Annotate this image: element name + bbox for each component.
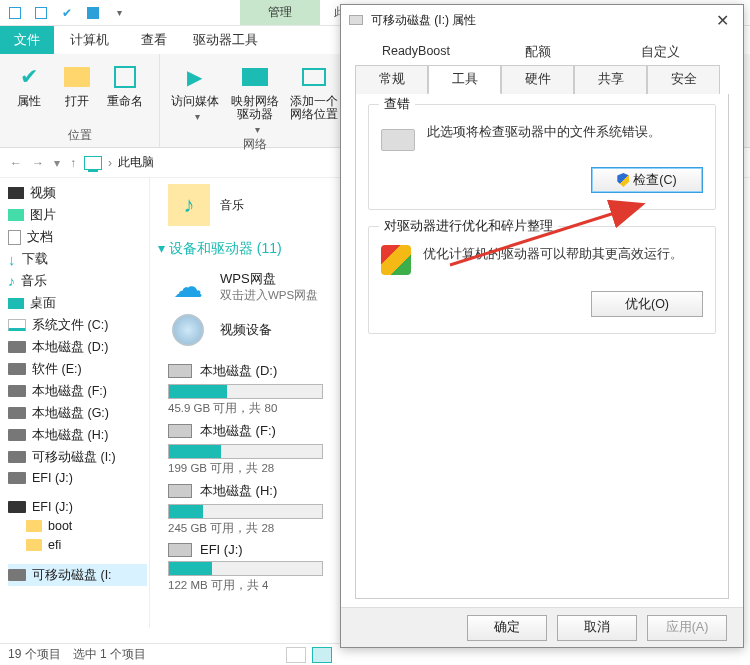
ribbon-btn-access-media[interactable]: ▶ 访问媒体▾ bbox=[166, 58, 224, 135]
check-button[interactable]: 检查(C) bbox=[591, 167, 703, 193]
tab-computer[interactable]: 计算机 bbox=[54, 26, 125, 54]
qat-btn-1[interactable] bbox=[4, 2, 26, 24]
properties-icon: ✔ bbox=[20, 64, 38, 90]
nav-item[interactable]: 可移动磁盘 (I:) bbox=[8, 446, 147, 468]
apply-button[interactable]: 应用(A) bbox=[647, 615, 727, 641]
nav-item[interactable]: efi bbox=[8, 535, 147, 554]
tab-security[interactable]: 安全 bbox=[647, 65, 720, 94]
up-arrow-icon[interactable]: ↑ bbox=[68, 156, 78, 170]
breadcrumb-chevron[interactable]: › bbox=[108, 156, 112, 170]
nav-item[interactable]: boot bbox=[8, 516, 147, 535]
hdd-icon bbox=[8, 363, 26, 375]
qat-btn-4[interactable] bbox=[82, 2, 104, 24]
dialog-tabs: ReadyBoost 配额 自定义 常规 工具 硬件 共享 安全 bbox=[341, 35, 743, 94]
status-item-count: 19 个项目 bbox=[8, 646, 61, 663]
dialog-button-row: 确定 取消 应用(A) bbox=[341, 607, 743, 647]
ribbon-btn-rename[interactable]: 重命名 bbox=[102, 58, 148, 108]
dialog-titlebar[interactable]: 可移动磁盘 (I:) 属性 ✕ bbox=[341, 5, 743, 35]
view-tiles-button[interactable] bbox=[312, 647, 332, 663]
picture-icon bbox=[8, 209, 24, 221]
tab-quota[interactable]: 配额 bbox=[477, 39, 599, 66]
document-icon bbox=[8, 230, 21, 245]
capacity-bar bbox=[168, 444, 323, 459]
item-label: 音乐 bbox=[220, 197, 244, 214]
navigation-pane[interactable]: 视频 图片 文档 ↓下载 ♪音乐 桌面 系统文件 (C:) 本地磁盘 (D:) … bbox=[0, 178, 150, 628]
usb-icon bbox=[8, 569, 26, 581]
square-icon bbox=[35, 7, 47, 19]
chevron-down-icon: ▾ bbox=[117, 7, 122, 18]
breadcrumb-this-pc[interactable]: 此电脑 bbox=[118, 154, 154, 171]
chevron-down-icon: ▾ bbox=[255, 124, 260, 135]
nav-item[interactable]: 本地磁盘 (F:) bbox=[8, 380, 147, 402]
qat-btn-3[interactable]: ✔ bbox=[56, 2, 78, 24]
nav-item-selected[interactable]: 可移动磁盘 (I: bbox=[8, 564, 147, 586]
media-icon: ▶ bbox=[187, 65, 202, 89]
ribbon-btn-map-drive[interactable]: 映射网络 驱动器▾ bbox=[226, 58, 284, 135]
ok-button[interactable]: 确定 bbox=[467, 615, 547, 641]
nav-item[interactable]: ♪音乐 bbox=[8, 270, 147, 292]
cancel-button[interactable]: 取消 bbox=[557, 615, 637, 641]
nav-item[interactable]: EFI (J:) bbox=[8, 468, 147, 487]
ribbon-btn-add-netloc[interactable]: 添加一个 网络位置 bbox=[285, 58, 343, 135]
tab-view[interactable]: 查看 bbox=[125, 26, 183, 54]
qat-more[interactable]: ▾ bbox=[108, 2, 130, 24]
camera-icon bbox=[172, 314, 204, 346]
desktop-icon bbox=[8, 298, 24, 309]
tab-file[interactable]: 文件 bbox=[0, 26, 54, 54]
ribbon-btn-properties[interactable]: ✔ 属性 bbox=[6, 58, 52, 108]
close-button[interactable]: ✕ bbox=[710, 11, 735, 30]
tab-readyboost[interactable]: ReadyBoost bbox=[355, 39, 477, 66]
tab-general[interactable]: 常规 bbox=[355, 65, 428, 94]
usb-icon bbox=[8, 451, 26, 463]
ribbon-group-network: ▶ 访问媒体▾ 映射网络 驱动器▾ 添加一个 网络位置 网络 bbox=[160, 54, 350, 147]
disk-icon bbox=[381, 129, 415, 151]
folder-icon bbox=[26, 520, 42, 532]
qat-btn-2[interactable] bbox=[30, 2, 52, 24]
hdd-icon bbox=[168, 364, 192, 378]
item-subtitle: 双击进入WPS网盘 bbox=[220, 288, 318, 303]
capacity-bar bbox=[168, 561, 323, 576]
monitor-icon bbox=[302, 68, 326, 86]
tab-drive-tools[interactable]: 驱动器工具 bbox=[183, 26, 268, 54]
group-label: 位置 bbox=[6, 126, 153, 145]
dialog-body: 查错 此选项将检查驱动器中的文件系统错误。 检查(C) 对驱动器进行优化和碎片整… bbox=[355, 94, 729, 599]
tab-sharing[interactable]: 共享 bbox=[574, 65, 647, 94]
context-tab-manage[interactable]: 管理 bbox=[240, 0, 320, 25]
drive-icon bbox=[349, 15, 363, 25]
hdd-icon bbox=[8, 407, 26, 419]
rename-icon bbox=[114, 66, 136, 88]
nav-item[interactable]: ↓下载 bbox=[8, 248, 147, 270]
pc-icon bbox=[84, 156, 102, 170]
tab-tools[interactable]: 工具 bbox=[428, 65, 501, 94]
tab-hardware[interactable]: 硬件 bbox=[501, 65, 574, 94]
group-legend: 查错 bbox=[379, 96, 415, 113]
back-arrow-icon[interactable]: ← bbox=[8, 156, 24, 170]
nav-item[interactable]: 本地磁盘 (D:) bbox=[8, 336, 147, 358]
nav-item[interactable]: 图片 bbox=[8, 204, 147, 226]
nav-item[interactable]: 视频 bbox=[8, 182, 147, 204]
hdd-icon bbox=[8, 341, 26, 353]
hdd-icon bbox=[8, 429, 26, 441]
tab-customize[interactable]: 自定义 bbox=[599, 39, 721, 66]
nav-item[interactable]: 桌面 bbox=[8, 292, 147, 314]
folder-icon bbox=[64, 67, 90, 87]
view-details-button[interactable] bbox=[286, 647, 306, 663]
nav-item[interactable]: 系统文件 (C:) bbox=[8, 314, 147, 336]
group-legend: 对驱动器进行优化和碎片整理 bbox=[379, 218, 558, 235]
nav-item-efi-header[interactable]: EFI (J:) bbox=[8, 497, 147, 516]
square-fill-icon bbox=[87, 7, 99, 19]
check-description: 此选项将检查驱动器中的文件系统错误。 bbox=[427, 123, 661, 141]
ribbon-btn-open[interactable]: 打开 bbox=[54, 58, 100, 108]
hdd-icon bbox=[8, 501, 26, 513]
music-folder-icon: ♪ bbox=[168, 184, 210, 226]
folder-icon bbox=[26, 539, 42, 551]
chevron-down-icon[interactable]: ▾ bbox=[52, 156, 62, 170]
nav-item[interactable]: 本地磁盘 (H:) bbox=[8, 424, 147, 446]
ribbon-group-location: ✔ 属性 打开 重命名 位置 bbox=[0, 54, 160, 147]
nav-item[interactable]: 软件 (E:) bbox=[8, 358, 147, 380]
music-icon: ♪ bbox=[8, 273, 15, 289]
nav-item[interactable]: 文档 bbox=[8, 226, 147, 248]
optimize-button[interactable]: 优化(O) bbox=[591, 291, 703, 317]
forward-arrow-icon[interactable]: → bbox=[30, 156, 46, 170]
nav-item[interactable]: 本地磁盘 (G:) bbox=[8, 402, 147, 424]
